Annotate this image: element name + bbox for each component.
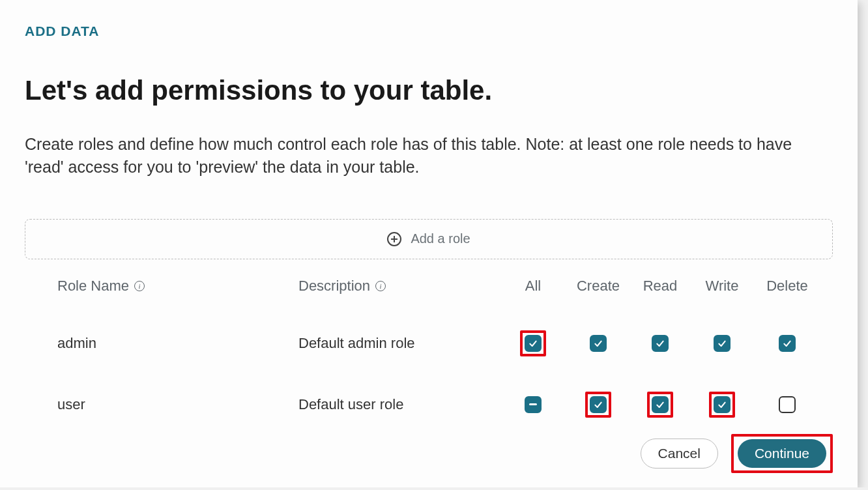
col-write: Write [689, 278, 755, 295]
col-write-label: Write [706, 278, 739, 295]
continue-highlight: Continue [731, 434, 833, 473]
col-create-label: Create [577, 278, 620, 295]
role-description-cell: Default admin role [298, 335, 500, 352]
col-read: Read [631, 278, 689, 295]
col-description-label: Description [298, 278, 370, 295]
col-all-label: All [525, 278, 541, 295]
role-name-cell: admin [57, 335, 298, 352]
perm-all-checkbox[interactable] [525, 396, 542, 413]
perm-create-cell [566, 335, 631, 352]
continue-button[interactable]: Continue [738, 439, 826, 468]
col-role-name-label: Role Name [57, 278, 129, 295]
info-icon[interactable] [375, 281, 386, 291]
perm-delete-checkbox[interactable] [779, 396, 796, 413]
plus-circle-icon [387, 232, 401, 246]
perm-create-checkbox[interactable] [590, 335, 607, 352]
table-row: adminDefault admin role [25, 313, 833, 374]
perm-all-cell [500, 330, 566, 356]
info-icon[interactable] [134, 281, 145, 291]
role-name-cell: user [57, 396, 298, 413]
perm-delete-cell [755, 335, 820, 352]
perm-create-checkbox[interactable] [590, 396, 607, 413]
perm-read-checkbox[interactable] [652, 335, 669, 352]
perm-write-checkbox[interactable] [714, 335, 731, 352]
perm-write-cell [689, 335, 755, 352]
col-delete-label: Delete [766, 278, 808, 295]
perm-write-checkbox[interactable] [714, 396, 731, 413]
col-description: Description [298, 278, 500, 295]
table-row: userDefault user role [25, 374, 833, 435]
perm-delete-checkbox[interactable] [779, 335, 796, 352]
perm-read-cell [631, 392, 689, 418]
permissions-table: Role Name Description All Create Read Wr… [25, 278, 833, 435]
perm-write-cell [689, 392, 755, 418]
highlight-box [647, 392, 673, 418]
cancel-button[interactable]: Cancel [641, 439, 718, 468]
highlight-box [585, 392, 611, 418]
perm-all-cell [500, 396, 566, 413]
highlight-box [520, 330, 546, 356]
col-read-label: Read [643, 278, 678, 295]
col-all: All [500, 278, 566, 295]
perm-read-checkbox[interactable] [652, 396, 669, 413]
add-role-label: Add a role [411, 231, 470, 246]
eyebrow-label: ADD DATA [25, 23, 833, 39]
perm-delete-cell [755, 396, 820, 413]
col-delete: Delete [755, 278, 820, 295]
page-title: Let's add permissions to your table. [25, 74, 833, 107]
role-description-cell: Default user role [298, 396, 500, 413]
perm-read-cell [631, 335, 689, 352]
table-header: Role Name Description All Create Read Wr… [25, 278, 833, 313]
page-description: Create roles and define how much control… [25, 133, 833, 179]
highlight-box [709, 392, 735, 418]
add-role-button[interactable]: Add a role [25, 219, 833, 259]
col-create: Create [566, 278, 631, 295]
permissions-panel: ADD DATA Let's add permissions to your t… [0, 0, 858, 487]
footer-actions: Cancel Continue [641, 434, 833, 473]
perm-all-checkbox[interactable] [525, 335, 542, 352]
perm-create-cell [566, 392, 631, 418]
col-role-name: Role Name [57, 278, 298, 295]
